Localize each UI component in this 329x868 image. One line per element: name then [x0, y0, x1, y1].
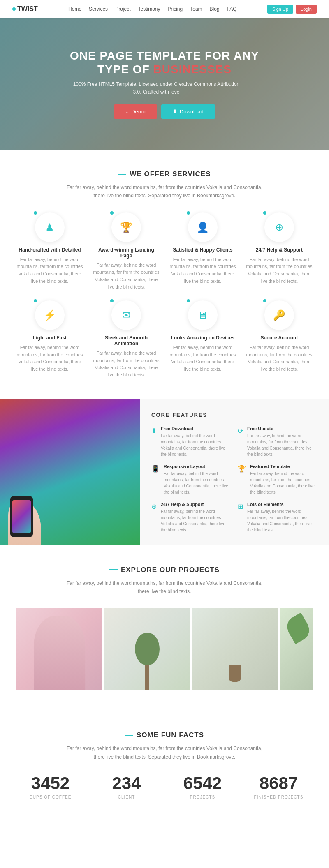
services-description: Far far away, behind the word mountains,… [62, 183, 267, 200]
fact-number-1: 234 [93, 773, 160, 793]
support-icon: ⊕ [151, 503, 157, 533]
nav-faq[interactable]: FAQ [227, 6, 237, 12]
core-item-text-3: Featured Template Far far away, behind t… [250, 464, 317, 495]
signup-button[interactable]: Sign Up [267, 5, 293, 14]
nav-project[interactable]: Project [115, 6, 130, 12]
fun-facts-section: SOME FUN FACTS Far far away, behind the … [0, 711, 329, 820]
update-icon: ⟳ [238, 427, 243, 457]
service-desc-7: Far far away, behind the word mountains,… [246, 344, 313, 373]
brand-name: TWIST [17, 5, 38, 13]
refresh-icon: ○ [125, 108, 129, 115]
chess-icon: ♟ [45, 222, 54, 233]
core-item-text-0: Free Download Far far away, behind the w… [161, 426, 231, 457]
service-item-1: 🏆 Award-winning Landing Page Far far awa… [93, 212, 160, 291]
hero-title-line2: TYPE OF BUSINESSES [70, 62, 259, 76]
hero-section: ONE PAGE TEMPLATE FOR ANY TYPE OF BUSINE… [0, 18, 329, 150]
fact-item-1: 234 CLIENT [93, 773, 160, 799]
core-item-3: 🏆 Featured Template Far far away, behind… [238, 464, 317, 495]
nav-buttons: Sign Up Login [267, 5, 317, 14]
brand-logo[interactable]: TWIST [12, 5, 38, 13]
core-item-5: ⊞ Lots of Elements Far far away, behind … [238, 502, 317, 533]
facts-grid: 3452 CUPS OF COFFEE 234 CLIENT 6542 PROJ… [16, 773, 313, 799]
service-icon-wrap-3: ⊕ [264, 212, 294, 242]
fact-number-0: 3452 [16, 773, 84, 793]
nav-home[interactable]: Home [68, 6, 81, 12]
navbar: TWIST Home Services Project Testimony Pr… [0, 0, 329, 18]
service-name-1: Award-winning Landing Page [93, 247, 160, 259]
service-desc-6: Far far away, behind the word mountains,… [169, 344, 236, 373]
core-item-4: ⊕ 24/7 Help & Support Far far away, behi… [151, 502, 231, 533]
core-item-2: 📱 Responsive Layout Far far away, behind… [151, 464, 231, 495]
hero-buttons: ○ Demo ⬇ Download [70, 104, 259, 119]
service-icon-wrap-5: ✉ [111, 300, 141, 330]
project-image-4[interactable] [280, 608, 313, 690]
project-tree-figure [145, 633, 149, 690]
demo-button[interactable]: ○ Demo [114, 104, 157, 119]
service-name-7: Secure Account [246, 335, 313, 341]
service-desc-4: Far far away, behind the word mountains,… [16, 344, 83, 373]
nav-team[interactable]: Team [190, 6, 202, 12]
phone-screen [12, 500, 31, 533]
service-icon-wrap-2: 👤 [188, 212, 218, 242]
service-icon-wrap-6: 🖥 [188, 300, 218, 330]
trophy-icon: 🏆 [120, 222, 132, 233]
logo-dot [12, 7, 16, 11]
fact-label-0: CUPS OF COFFEE [16, 795, 84, 799]
core-item-text-4: 24/7 Help & Support Far far away, behind… [161, 502, 231, 533]
project-vase-figure [229, 665, 241, 682]
fact-number-2: 6542 [169, 773, 236, 793]
core-item-text-2: Responsive Layout Far far away, behind t… [164, 464, 231, 495]
services-section: WE OFFER SERVICES Far far away, behind t… [0, 150, 329, 399]
fact-label-1: CLIENT [93, 795, 160, 799]
service-item-7: 🔑 Secure Account Far far away, behind th… [246, 300, 313, 379]
service-desc-2: Far far away, behind the word mountains,… [169, 256, 236, 285]
lightning-icon: ⚡ [44, 309, 56, 321]
service-icon-wrap-1: 🏆 [111, 212, 141, 242]
project-image-2[interactable] [104, 608, 190, 690]
hero-title-line1: ONE PAGE TEMPLATE FOR ANY [70, 49, 259, 63]
nav-pricing[interactable]: Pricing [168, 6, 183, 12]
mobile-icon: 📱 [151, 465, 160, 495]
services-title: WE OFFER SERVICES [16, 170, 313, 178]
projects-description: Far far away, behind the word mountains,… [62, 579, 267, 596]
fact-item-0: 3452 CUPS OF COFFEE [16, 773, 84, 799]
fact-number-3: 8687 [245, 773, 313, 793]
service-name-4: Light and Fast [16, 335, 83, 341]
phone-shape [10, 496, 33, 537]
nav-blog[interactable]: Blog [210, 6, 220, 12]
core-image [0, 399, 140, 545]
login-button[interactable]: Login [296, 5, 317, 14]
core-features-grid: ⬇ Free Download Far far away, behind the… [151, 426, 317, 533]
service-name-3: 24/7 Help & Support [246, 247, 313, 253]
service-item-0: ♟ Hand-crafted with Detailed Far far awa… [16, 212, 83, 291]
service-desc-5: Far far away, behind the word mountains,… [93, 350, 160, 379]
core-features-section: CORE FEATURES ⬇ Free Download Far far aw… [0, 399, 329, 545]
projects-section: EXPLORE OUR PROJECTS Far far away, behin… [0, 545, 329, 711]
core-item-text-1: Free Update Far far away, behind the wor… [247, 426, 317, 457]
nav-testimony[interactable]: Testimony [138, 6, 160, 12]
project-image-3[interactable] [192, 608, 278, 690]
service-item-5: ✉ Sleek and Smooth Animation Far far awa… [93, 300, 160, 379]
core-item-0: ⬇ Free Download Far far away, behind the… [151, 426, 231, 457]
projects-title: EXPLORE OUR PROJECTS [16, 566, 313, 574]
service-desc-1: Far far away, behind the word mountains,… [93, 262, 160, 291]
monitor-icon: 🖥 [198, 309, 208, 321]
fact-label-2: PROJECTS [169, 795, 236, 799]
paper-plane-icon: ✉ [122, 309, 130, 321]
key-icon: 🔑 [273, 309, 285, 321]
service-icon-wrap-0: ♟ [35, 212, 65, 242]
fact-item-2: 6542 PROJECTS [169, 773, 236, 799]
help-icon: ⊕ [275, 222, 283, 233]
nav-services[interactable]: Services [89, 6, 108, 12]
fun-facts-title: SOME FUN FACTS [16, 731, 313, 739]
project-image-1[interactable] [16, 608, 102, 690]
service-item-2: 👤 Satisfied & Happy Clients Far far away… [169, 212, 236, 291]
download-button[interactable]: ⬇ Download [161, 104, 215, 119]
service-icon-wrap-7: 🔑 [264, 300, 294, 330]
project-leaf-figure [283, 613, 313, 644]
service-name-0: Hand-crafted with Detailed [16, 247, 83, 253]
core-item-1: ⟳ Free Update Far far away, behind the w… [238, 426, 317, 457]
fun-facts-description: Far far away, behind the word mountains,… [62, 744, 267, 761]
service-item-6: 🖥 Looks Amazing on Devices Far far away,… [169, 300, 236, 379]
nav-links: Home Services Project Testimony Pricing … [68, 6, 237, 12]
